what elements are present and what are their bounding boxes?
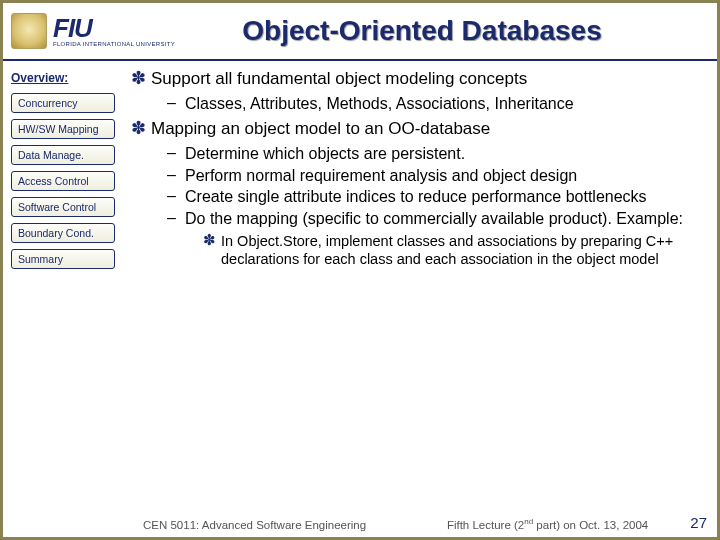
bullet-text: Create single attribute indices to reduc… [185,187,703,207]
sidebar-item-summary[interactable]: Summary [11,249,115,269]
body: Overview: Concurrency HW/SW Mapping Data… [3,61,717,537]
bullet-l1: ✽ Mapping an object model to an OO-datab… [131,119,703,140]
sidebar: Overview: Concurrency HW/SW Mapping Data… [9,69,127,537]
page-number: 27 [690,514,707,531]
bullet-text: Do the mapping (specific to commercially… [185,209,703,229]
bullet-l2: – Determine which objects are persistent… [167,144,703,164]
footer-course: CEN 5011: Advanced Software Engineering [143,519,366,531]
bullet-text: Classes, Attributes, Methods, Associatio… [185,94,703,114]
content: ✽ Support all fundamental object modelin… [127,69,711,537]
bullet-l2: – Do the mapping (specific to commercial… [167,209,703,229]
overview-label: Overview: [11,71,123,85]
page-title: Object-Oriented Databases [175,15,709,47]
footer-lecture-post: part) on Oct. 13, 2004 [533,519,648,531]
bullet-mark-icon: ✽ [203,232,221,268]
bullet-l1: ✽ Support all fundamental object modelin… [131,69,703,90]
sidebar-item-access-control[interactable]: Access Control [11,171,115,191]
bullet-text: Determine which objects are persistent. [185,144,703,164]
bullet-mark-icon: ✽ [131,119,151,140]
dash-icon: – [167,144,185,164]
bullet-l3: ✽ In Object.Store, implement classes and… [203,232,703,268]
dash-icon: – [167,94,185,114]
footer: CEN 5011: Advanced Software Engineering … [3,517,717,531]
sidebar-item-boundary-cond[interactable]: Boundary Cond. [11,223,115,243]
sidebar-item-hw-sw-mapping[interactable]: HW/SW Mapping [11,119,115,139]
wordmark: FIU FLORIDA INTERNATIONAL UNIVERSITY [53,15,175,47]
bullet-l2: – Create single attribute indices to red… [167,187,703,207]
bullet-mark-icon: ✽ [131,69,151,90]
bullet-text: Mapping an object model to an OO-databas… [151,119,703,140]
university-seal-icon [11,13,47,49]
sidebar-item-data-manage[interactable]: Data Manage. [11,145,115,165]
bullet-text: In Object.Store, implement classes and a… [221,232,703,268]
slide: FIU FLORIDA INTERNATIONAL UNIVERSITY Obj… [0,0,720,540]
wordmark-small: FLORIDA INTERNATIONAL UNIVERSITY [53,41,175,47]
dash-icon: – [167,209,185,229]
footer-lecture: Fifth Lecture (2nd part) on Oct. 13, 200… [366,517,705,531]
footer-lecture-pre: Fifth Lecture (2 [447,519,524,531]
sidebar-item-software-control[interactable]: Software Control [11,197,115,217]
header: FIU FLORIDA INTERNATIONAL UNIVERSITY Obj… [3,3,717,61]
bullet-text: Support all fundamental object modeling … [151,69,703,90]
bullet-l2: – Classes, Attributes, Methods, Associat… [167,94,703,114]
sidebar-item-concurrency[interactable]: Concurrency [11,93,115,113]
wordmark-big: FIU [53,15,175,41]
footer-lecture-sup: nd [524,517,533,526]
bullet-text: Perform normal requirement analysis and … [185,166,703,186]
bullet-l2: – Perform normal requirement analysis an… [167,166,703,186]
dash-icon: – [167,166,185,186]
dash-icon: – [167,187,185,207]
